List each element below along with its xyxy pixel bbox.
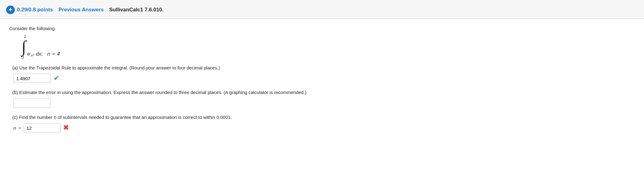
plus-icon[interactable]: + [6, 6, 15, 14]
exp-base: e [27, 51, 30, 57]
n-separator [45, 51, 47, 57]
integral-symbol: ∫ [22, 39, 26, 54]
dx: dx; [36, 51, 43, 57]
part-c-input[interactable] [24, 123, 61, 132]
previous-answers-link[interactable]: Previous Answers [58, 7, 104, 13]
points-badge: + 0.29/0.8 points [6, 6, 53, 14]
part-c-equals: = [18, 125, 21, 131]
main-content: Consider the following. 1 ∫ 0 ex² dx; n … [0, 19, 644, 145]
part-a-input[interactable] [14, 74, 50, 83]
part-a-correct-icon: ✔ [54, 74, 59, 82]
n-label-integral: n [47, 51, 50, 57]
points-text: 0.29/0.8 points [17, 7, 53, 13]
part-c-answer-row: n = ✖ [14, 123, 635, 132]
part-a: (a) Use the Trapezoidal Rule to approxim… [12, 65, 635, 83]
part-c-n-label: n [14, 125, 16, 131]
part-a-answer-row: ✔ [14, 74, 635, 83]
part-b-answer-row [14, 99, 635, 108]
part-a-question: (a) Use the Trapezoidal Rule to approxim… [12, 65, 635, 72]
integrand: ex² dx; n = 4 [27, 51, 60, 57]
part-b-input[interactable] [14, 99, 50, 108]
integral-block: 1 ∫ 0 ex² dx; n = 4 [22, 34, 635, 60]
exp-super: x² [31, 53, 34, 57]
part-c-question: (c) Find the number n of subintervals ne… [12, 114, 635, 121]
part-c-incorrect-icon: ✖ [63, 124, 69, 132]
consider-text: Consider the following. [9, 26, 635, 31]
part-b-question: (b) Estimate the error in using the appr… [12, 89, 635, 96]
integral-lower: 0 [22, 55, 24, 60]
problem-id: SullivanCalc1 7.6.010. [109, 7, 164, 13]
part-c: (c) Find the number n of subintervals ne… [12, 114, 635, 133]
n-value-integral: 4 [57, 51, 60, 57]
equals-integral: = [52, 51, 55, 57]
part-b: (b) Estimate the error in using the appr… [12, 89, 635, 108]
top-bar: + 0.29/0.8 points Previous Answers Sulli… [0, 0, 644, 19]
